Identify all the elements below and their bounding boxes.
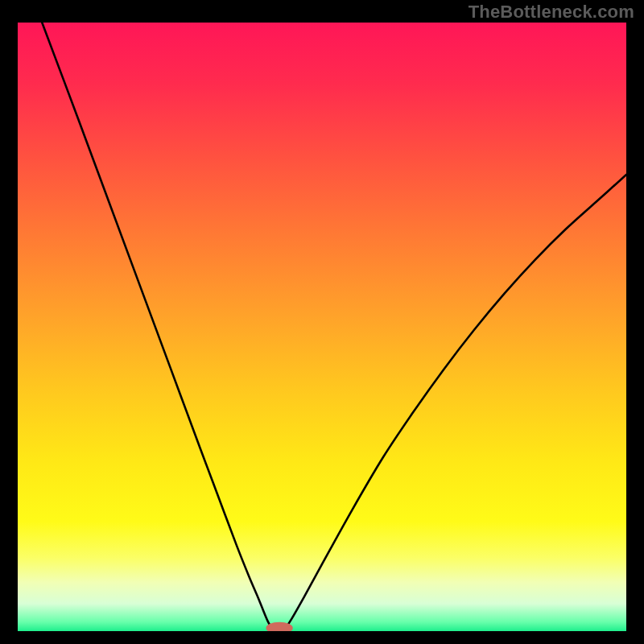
- watermark-text: TheBottleneck.com: [469, 2, 634, 23]
- chart-svg: [18, 23, 626, 631]
- chart-frame: TheBottleneck.com: [0, 0, 644, 644]
- plot-area: [18, 23, 626, 631]
- gradient-background: [18, 23, 626, 631]
